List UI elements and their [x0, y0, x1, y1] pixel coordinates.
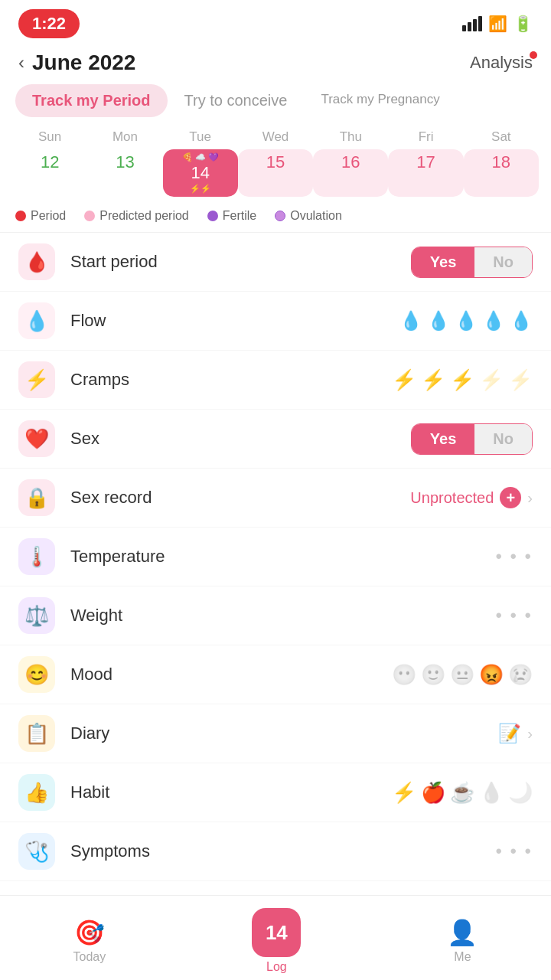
diary-value: 📝 › — [498, 723, 533, 744]
cramp-bolts[interactable]: ⚡ ⚡ ⚡ ⚡ ⚡ — [392, 368, 533, 392]
mood-emojis: 😶 🙂 😐 😡 😢 — [392, 663, 533, 687]
track-item-diary: 📋 Diary 📝 › — [0, 704, 551, 763]
sex-record-add-button[interactable]: + — [500, 487, 521, 508]
habit-icon-coffee[interactable]: ☕ — [450, 781, 474, 805]
flow-dots[interactable]: 💧 💧 💧 💧 💧 — [399, 310, 533, 332]
cramp-bolt-1[interactable]: ⚡ — [392, 368, 416, 392]
legend-fertile: Fertile — [207, 209, 256, 223]
weight-icon: ⚖️ — [18, 597, 55, 634]
mood-emoji-2[interactable]: 🙂 — [421, 663, 445, 687]
start-period-label: Start period — [70, 252, 411, 272]
track-item-cramps: ⚡ Cramps ⚡ ⚡ ⚡ ⚡ ⚡ — [0, 351, 551, 410]
nav-today[interactable]: 🎯 Today — [73, 918, 106, 964]
cal-date-14-bottom-icons: ⚡⚡ — [190, 184, 211, 194]
diary-icon: 📋 — [18, 715, 55, 752]
sex-value: Yes No — [411, 423, 533, 455]
legend-predicted: Predicted period — [84, 209, 189, 223]
day-wed: Wed — [238, 129, 313, 145]
temperature-value: • • • — [495, 546, 533, 567]
weight-label: Weight — [70, 606, 495, 626]
nav-me[interactable]: 👤 Me — [447, 918, 478, 964]
flow-drop-5[interactable]: 💧 — [510, 310, 533, 332]
track-item-flow: 💧 Flow 💧 💧 💧 💧 💧 — [0, 292, 551, 351]
cramp-bolt-2[interactable]: ⚡ — [421, 368, 445, 392]
habit-icon-apple[interactable]: 🍎 — [421, 781, 445, 805]
mood-icon: 😊 — [18, 656, 55, 693]
track-item-symptoms: 🩺 Symptoms • • • — [0, 822, 551, 881]
weight-value: • • • — [495, 605, 533, 626]
analysis-button[interactable]: Analysis — [470, 53, 533, 73]
day-thu: Thu — [313, 129, 388, 145]
start-period-yesno: Yes No — [411, 247, 533, 278]
analysis-notification-dot — [530, 51, 537, 59]
cal-date-16[interactable]: 16 — [313, 149, 388, 197]
legend-predicted-dot — [84, 211, 95, 221]
flow-drop-4[interactable]: 💧 — [482, 310, 505, 332]
cal-date-17[interactable]: 17 — [388, 149, 463, 197]
cramp-bolt-3[interactable]: ⚡ — [450, 368, 474, 392]
mood-emoji-5[interactable]: 😢 — [508, 663, 533, 687]
temperature-more-button[interactable]: • • • — [495, 546, 533, 567]
start-period-value: Yes No — [411, 247, 533, 278]
habit-icons: ⚡ 🍎 ☕ 💧 🌙 — [392, 781, 533, 805]
track-item-sex: ❤️ Sex Yes No — [0, 410, 551, 469]
cal-date-18[interactable]: 18 — [464, 149, 539, 197]
sex-icon: ❤️ — [18, 420, 55, 457]
symptoms-icon: 🩺 — [18, 833, 55, 870]
cramps-label: Cramps — [70, 370, 392, 390]
mood-emoji-4[interactable]: 😡 — [479, 663, 504, 687]
nav-log[interactable]: 14 Log — [252, 908, 301, 974]
mood-label: Mood — [70, 665, 392, 684]
period-icon: 🩸 — [18, 243, 55, 280]
diary-chevron-icon[interactable]: › — [527, 725, 533, 743]
tab-track-pregnancy[interactable]: Track my Pregnancy — [304, 84, 456, 117]
log-button[interactable]: 14 — [252, 908, 301, 957]
habit-icon: 👍 — [18, 774, 55, 811]
cal-date-13[interactable]: 13 — [87, 149, 162, 197]
sex-record-chevron-icon[interactable]: › — [527, 489, 533, 507]
start-period-yes[interactable]: Yes — [412, 247, 474, 277]
habit-icon-moon[interactable]: 🌙 — [508, 781, 533, 805]
mood-emoji-3[interactable]: 😐 — [450, 663, 474, 687]
sex-yesno: Yes No — [411, 423, 533, 455]
cal-date-12[interactable]: 12 — [12, 149, 87, 197]
track-item-habit: 👍 Habit ⚡ 🍎 ☕ 💧 🌙 — [0, 763, 551, 822]
habit-icon-water[interactable]: 💧 — [479, 781, 504, 805]
tab-track-period[interactable]: Track my Period — [15, 84, 168, 117]
sex-no[interactable]: No — [474, 424, 532, 454]
weight-more-button[interactable]: • • • — [495, 605, 533, 626]
sex-record-status: Unprotected — [410, 489, 494, 507]
cramp-bolt-5[interactable]: ⚡ — [508, 368, 533, 392]
temperature-label: Temperature — [70, 547, 495, 567]
legend-predicted-label: Predicted period — [99, 209, 189, 223]
habit-icon-lightning[interactable]: ⚡ — [392, 781, 416, 805]
symptoms-more-button[interactable]: • • • — [495, 841, 533, 862]
log-date-number: 14 — [266, 921, 288, 945]
battery-icon: 🔋 — [514, 15, 533, 33]
day-sat: Sat — [464, 129, 539, 145]
symptoms-value: • • • — [495, 841, 533, 862]
today-icon: 🎯 — [74, 918, 105, 947]
flow-drop-2[interactable]: 💧 — [427, 310, 450, 332]
track-item-sex-record: 🔒 Sex record Unprotected + › — [0, 469, 551, 528]
flow-icon: 💧 — [18, 302, 55, 339]
tab-try-conceive[interactable]: Try to conceive — [168, 84, 305, 117]
mood-emoji-1[interactable]: 😶 — [392, 663, 416, 687]
sex-yes[interactable]: Yes — [412, 424, 474, 454]
temperature-icon: 🌡️ — [18, 538, 55, 575]
calendar: Sun Mon Tue Wed Thu Fri Sat 12 13 🍕 ☁️ 💜… — [0, 129, 551, 204]
cal-date-15[interactable]: 15 — [238, 149, 313, 197]
cramps-value: ⚡ ⚡ ⚡ ⚡ ⚡ — [392, 368, 533, 392]
back-button[interactable]: ‹ — [18, 52, 24, 74]
legend-ovulation-label: Ovulation — [290, 209, 342, 223]
me-label: Me — [454, 950, 471, 964]
wifi-icon: 📶 — [488, 15, 507, 33]
cal-date-14[interactable]: 🍕 ☁️ 💜 14 ⚡⚡ — [163, 149, 238, 197]
flow-drop-3[interactable]: 💧 — [455, 310, 478, 332]
cramp-bolt-4[interactable]: ⚡ — [479, 368, 504, 392]
cramps-icon: ⚡ — [18, 361, 55, 398]
day-tue: Tue — [163, 129, 238, 145]
flow-drop-1[interactable]: 💧 — [399, 310, 422, 332]
start-period-no[interactable]: No — [474, 247, 532, 277]
header: ‹ June 2022 Analysis — [0, 44, 551, 84]
